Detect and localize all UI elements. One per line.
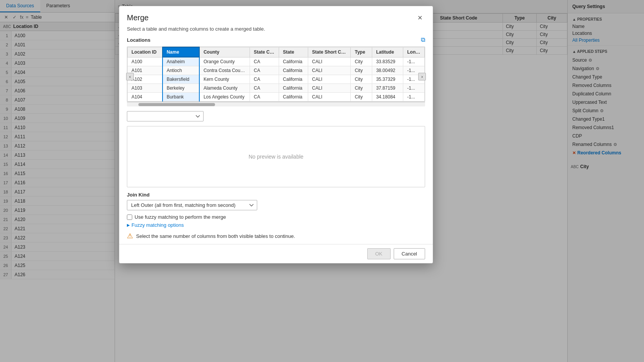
cell-long: -1... (403, 57, 425, 66)
fuzzy-checkbox[interactable] (127, 215, 132, 220)
col-header-state-code[interactable]: State Code (250, 47, 279, 57)
preview-empty-text: No preview is available (248, 154, 303, 160)
scroll-right-arrow[interactable]: › (418, 73, 426, 80)
cell-county: Contra Costa County (199, 66, 250, 75)
cell-state: California (279, 93, 308, 102)
join-kind-label: Join Kind (127, 192, 425, 198)
cell-name: Berkeley (163, 84, 199, 93)
fuzzy-options-label: Fuzzy matching options (131, 222, 184, 228)
top-table-label: Locations (127, 37, 150, 43)
top-table-section: Locations ⧉ ‹ Location IDNameCountyState… (127, 36, 425, 106)
cell-latitude: 34.18084 (372, 93, 403, 102)
warning-row: ⚠ Select the same number of columns from… (127, 232, 425, 244)
col-header-state-short-code[interactable]: State Short Code (308, 47, 351, 57)
cell-type: City (351, 66, 372, 75)
top-table-row: A102 Bakersfield Kern County CA Californ… (128, 75, 425, 84)
col-header-long-[interactable]: Long... (403, 47, 425, 57)
col-header-state[interactable]: State (279, 47, 308, 57)
cell-long: -1... (403, 84, 425, 93)
warning-icon: ⚠ (127, 232, 133, 240)
modal-title: Merge (127, 13, 149, 22)
modal-footer: OK Cancel (119, 244, 433, 263)
cell-state: California (279, 66, 308, 75)
cell-location-id: A100 (128, 57, 163, 66)
cell-type: City (351, 57, 372, 66)
top-table-row: A104 Burbank Los Angeles County CA Calif… (128, 93, 425, 102)
cell-state-short-code: CALI (308, 84, 351, 93)
fuzzy-options-row[interactable]: ▶ Fuzzy matching options (127, 222, 425, 228)
cell-county: Alameda County (199, 84, 250, 93)
cell-state: California (279, 57, 308, 66)
fuzzy-options-arrow-icon: ▶ (127, 223, 130, 227)
scroll-left-arrow[interactable]: ‹ (126, 73, 134, 80)
cell-name: Bakersfield (163, 75, 199, 84)
top-data-table-wrap: Location IDNameCountyState CodeStateStat… (127, 46, 425, 102)
cell-latitude: 37.87159 (372, 84, 403, 93)
merge-dialog: Merge ✕ Select a table and matching colu… (119, 6, 433, 264)
top-data-table: Location IDNameCountyState CodeStateStat… (127, 47, 425, 102)
cell-location-id: A104 (128, 93, 163, 102)
cell-county: Orange County (199, 57, 250, 66)
cell-state-code: CA (250, 75, 279, 84)
top-table-row: A101 Antioch Contra Costa County CA Cali… (128, 66, 425, 75)
cell-county: Los Angeles County (199, 93, 250, 102)
col-header-location-id[interactable]: Location ID (128, 47, 163, 57)
cell-latitude: 33.83529 (372, 57, 403, 66)
cell-state-short-code: CALI (308, 66, 351, 75)
modal-body: Locations ⧉ ‹ Location IDNameCountyState… (119, 36, 433, 244)
join-kind-section: Join Kind Left Outer (all from first, ma… (127, 192, 425, 210)
cell-state-code: CA (250, 66, 279, 75)
modal-header: Merge ✕ (119, 6, 433, 26)
preview-area: No preview is available (127, 126, 425, 187)
cell-state: California (279, 84, 308, 93)
cell-state: California (279, 75, 308, 84)
fuzzy-matching-row: Use fuzzy matching to perform the merge (127, 214, 425, 220)
cell-name: Antioch (163, 66, 199, 75)
ok-button[interactable]: OK (367, 248, 391, 259)
cell-type: City (351, 84, 372, 93)
cell-state-code: CA (250, 93, 279, 102)
modal-close-button[interactable]: ✕ (414, 12, 425, 23)
table-scrollbar[interactable] (127, 102, 425, 106)
cell-latitude: 38.00492 (372, 66, 403, 75)
top-table-header: Locations ⧉ (127, 36, 425, 43)
cell-state-code: CA (250, 57, 279, 66)
second-table-section (127, 111, 425, 121)
second-table-dropdown[interactable] (127, 111, 204, 121)
cell-state-short-code: CALI (308, 75, 351, 84)
join-kind-select[interactable]: Left Outer (all from first, matching fro… (127, 200, 257, 210)
fuzzy-label: Use fuzzy matching to perform the merge (135, 214, 226, 220)
cancel-button[interactable]: Cancel (394, 248, 425, 259)
cell-type: City (351, 93, 372, 102)
cell-state-short-code: CALI (308, 93, 351, 102)
top-table-scroll-wrap: ‹ Location IDNameCountyState CodeStateSt… (127, 46, 425, 106)
cell-name: Burbank (163, 93, 199, 102)
cell-latitude: 35.37329 (372, 75, 403, 84)
top-table-row: A100 Anaheim Orange County CA California… (128, 57, 425, 66)
cell-county: Kern County (199, 75, 250, 84)
warning-text: Select the same number of columns from b… (136, 233, 295, 239)
top-table-row: A103 Berkeley Alameda County CA Californ… (128, 84, 425, 93)
scrollbar-thumb (138, 103, 215, 106)
cell-state-short-code: CALI (308, 57, 351, 66)
col-header-type[interactable]: Type (351, 47, 372, 57)
cell-state-code: CA (250, 84, 279, 93)
col-header-name[interactable]: Name (163, 47, 199, 57)
cell-type: City (351, 75, 372, 84)
cell-long: -1... (403, 93, 425, 102)
col-header-latitude[interactable]: Latitude (372, 47, 403, 57)
expand-icon[interactable]: ⧉ (421, 36, 425, 43)
col-header-county[interactable]: County (199, 47, 250, 57)
cell-name: Anaheim (163, 57, 199, 66)
modal-subtitle: Select a table and matching columns to c… (119, 26, 433, 36)
cell-location-id: A103 (128, 84, 163, 93)
